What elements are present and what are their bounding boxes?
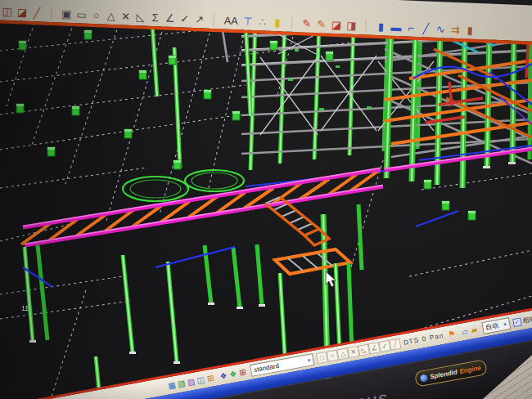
check-icon[interactable]: ✓ — [179, 13, 190, 25]
triangle-icon[interactable]: △ — [106, 11, 116, 22]
twin-beam-tool-icon[interactable]: ⇉ — [450, 25, 461, 36]
red-pen-2-icon[interactable]: ✎ — [317, 19, 327, 30]
curved-beam-tool-icon[interactable]: ╱ — [421, 23, 431, 34]
select-welds-icon[interactable]: ⊞ — [205, 372, 216, 385]
separator[interactable]: │ — [209, 15, 219, 26]
phase-icon[interactable]: ⊤ — [243, 16, 254, 27]
arrow-ne-icon[interactable]: ↗ — [194, 14, 205, 25]
cut-line-icon[interactable]: ╱ — [32, 7, 43, 19]
red-pen-icon[interactable]: ✎ — [302, 18, 313, 29]
separator[interactable]: │ — [47, 8, 57, 20]
monitor-brand-logo: SUS — [354, 391, 390, 399]
point-array-icon[interactable]: ▣ — [61, 9, 72, 20]
slab-2-icon[interactable]: ◨ — [346, 20, 357, 32]
weld-icon[interactable]: ◫ — [2, 7, 12, 18]
photographed-monitor: 3 7 6 5 E 11 2 ◫◪╱│▣▭○△✕◺Σ∠✓↗│AA⊤∴▮│✎✎◪◨… — [0, 0, 532, 399]
status-text: DTS — [403, 336, 419, 346]
chevron-down-icon: ▾ — [307, 356, 311, 364]
selection-filter-value: standard — [253, 362, 279, 374]
polybeam-tool-icon[interactable]: ⌐ — [406, 22, 417, 34]
checkbox-checked-icon: ✓ — [512, 317, 522, 327]
separator[interactable]: │ — [287, 18, 298, 29]
sticker-logo-icon — [420, 374, 428, 382]
weld-polygon-icon[interactable]: ◪ — [17, 7, 28, 18]
sigma-icon[interactable]: Σ — [150, 12, 160, 24]
slab-icon[interactable]: ◪ — [331, 20, 342, 31]
phase-text: 0 — [422, 335, 427, 343]
circle-icon[interactable]: ○ — [91, 10, 101, 21]
binoculars-icon[interactable]: AA — [223, 16, 238, 28]
bar-tool-icon[interactable]: ▮ — [465, 25, 476, 36]
separator[interactable]: │ — [361, 20, 372, 32]
checkbox-label: 相对平面 — [522, 312, 532, 325]
svg-text:11: 11 — [21, 304, 29, 312]
save-model-icon[interactable]: ▰ — [468, 323, 480, 336]
spiral-beam-tool-icon[interactable]: ∿ — [435, 24, 446, 35]
file-icons: ▱▰ — [459, 323, 480, 338]
angle-icon[interactable]: ∠ — [165, 13, 175, 25]
flag-icon[interactable]: ⚑ — [446, 327, 458, 340]
rectangle-icon[interactable]: ▭ — [76, 9, 87, 20]
column-tool-icon[interactable]: ▮ — [376, 21, 386, 33]
snap-points-icon[interactable]: ∴ — [258, 16, 268, 28]
chevron-down-icon: ▾ — [503, 321, 507, 328]
cross-icon[interactable]: ✕ — [120, 11, 131, 22]
snap-mode-value: 自动 — [485, 321, 499, 333]
wedge-icon[interactable]: ◺ — [135, 11, 146, 23]
splendid-sticker: Splendid Engine — [414, 359, 488, 388]
command-text: Pan — [429, 332, 444, 342]
beam-tool-icon[interactable]: ▬ — [390, 22, 402, 34]
snap-line-chip[interactable]: ╱ — [389, 338, 401, 351]
plane-checkbox-1[interactable]: ✓ 相对平面 — [512, 312, 532, 327]
yellow-box-icon[interactable]: ▮ — [273, 17, 283, 29]
macro-icon[interactable]: ⊞ — [237, 365, 248, 379]
